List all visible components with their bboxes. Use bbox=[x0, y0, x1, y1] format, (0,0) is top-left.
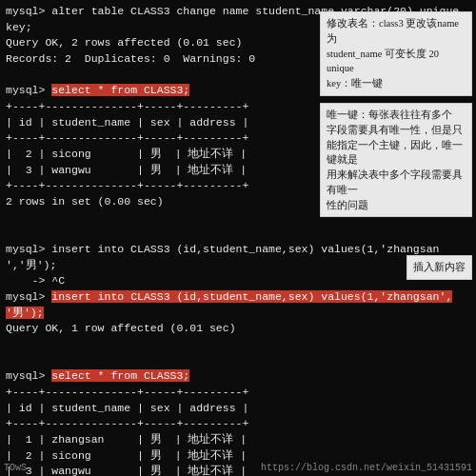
comment-insert: 插入新内容 bbox=[407, 255, 472, 280]
terminal: mysql> alter table CLASS3 change name st… bbox=[0, 0, 476, 476]
footer-url: https://blog.csdn.net/weixin_51431591 bbox=[261, 463, 472, 473]
comment-rename: 修改表名：class3 更改该name为student_name 可变长度 20… bbox=[320, 11, 472, 96]
cmd-select1: select * from CLASS3; bbox=[51, 84, 189, 96]
cmd-insert: insert into CLASS3 (id,student_name,sex)… bbox=[51, 290, 452, 303]
cmd-select2: select * from CLASS3; bbox=[51, 369, 189, 382]
blank-4 bbox=[6, 337, 470, 353]
table2-border-1: +----+--------------+-----+---------+ bbox=[6, 385, 470, 401]
line-arrow: -> ^C bbox=[6, 273, 470, 289]
footer-brand: TOwS bbox=[4, 463, 27, 473]
line-insert2: mysql> insert into CLASS3 (id,student_na… bbox=[6, 289, 470, 306]
table2-border-2: +----+--------------+-----+---------+ bbox=[6, 416, 470, 432]
blank-3 bbox=[6, 226, 470, 242]
line-ok2: Query OK, 1 row affected (0.01 sec) bbox=[6, 321, 470, 337]
cmd-insert-cont: '男'); bbox=[6, 307, 44, 319]
table2-row-2: | 2 | sicong | 男 | 地址不详 | bbox=[6, 448, 470, 465]
line-insert1: mysql> insert into CLASS3 (id,student_na… bbox=[6, 242, 470, 258]
table2-header: | id | student_name | sex | address | bbox=[6, 401, 470, 417]
table2-row-1: | 1 | zhangsan | 男 | 地址不详 | bbox=[6, 432, 470, 448]
line-select2: mysql> select * from CLASS3; bbox=[6, 368, 470, 385]
blank-5 bbox=[6, 353, 470, 369]
line-insert1b: ','男'); bbox=[6, 258, 470, 274]
comment-unique-key: 唯一键：每张表往往有多个字段需要具有唯一性，但是只能指定一个主键，因此，唯一键就… bbox=[320, 103, 472, 217]
line-insert2b: '男'); bbox=[6, 306, 470, 322]
